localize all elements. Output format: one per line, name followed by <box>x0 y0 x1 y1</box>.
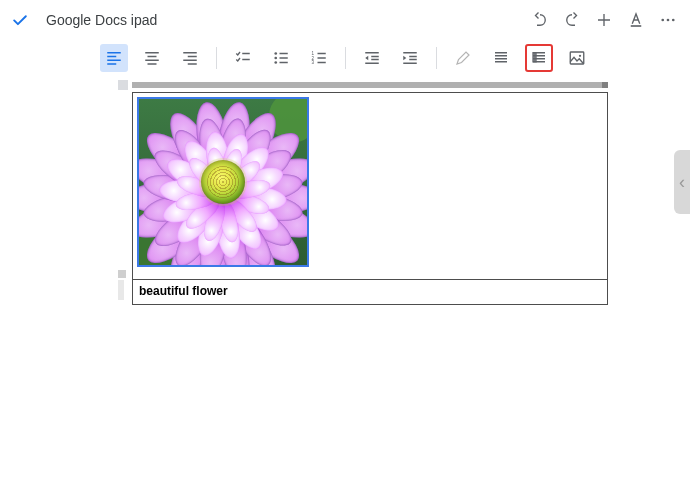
indent-increase-button[interactable] <box>396 44 424 72</box>
numbered-list-icon: 1 2 3 <box>310 49 328 67</box>
undo-icon <box>531 11 549 29</box>
plus-icon <box>595 11 613 29</box>
document-title[interactable]: Google Docs ipad <box>46 12 157 28</box>
checklist-button[interactable] <box>229 44 257 72</box>
image-caption-text[interactable]: beautiful flower <box>139 284 228 298</box>
pencil-icon <box>454 49 472 67</box>
align-right-icon <box>181 49 199 67</box>
align-left-button[interactable] <box>100 44 128 72</box>
clear-formatting-button[interactable] <box>449 44 477 72</box>
svg-point-3 <box>274 52 277 55</box>
inserted-image[interactable] <box>137 97 309 267</box>
svg-point-4 <box>274 57 277 60</box>
formatting-toolbar: 1 2 3 <box>0 40 690 76</box>
done-check-button[interactable] <box>6 6 34 34</box>
image-icon <box>568 49 586 67</box>
flower-center <box>201 160 245 204</box>
bulleted-list-button[interactable] <box>267 44 295 72</box>
align-left-icon <box>105 49 123 67</box>
check-icon <box>10 10 30 30</box>
table-row[interactable]: beautiful flower <box>133 279 607 304</box>
side-panel-toggle[interactable]: ‹ <box>674 150 690 214</box>
document-canvas[interactable]: beautiful flower <box>118 80 608 495</box>
svg-point-2 <box>672 19 675 22</box>
numbered-list-button[interactable]: 1 2 3 <box>305 44 333 72</box>
checklist-icon <box>234 49 252 67</box>
indent-increase-icon <box>401 49 419 67</box>
toolbar-separator <box>436 47 437 69</box>
svg-point-11 <box>578 55 580 57</box>
more-horizontal-icon <box>659 11 677 29</box>
svg-point-5 <box>274 61 277 64</box>
toolbar-separator <box>345 47 346 69</box>
page-corner-handle[interactable] <box>118 80 128 90</box>
svg-text:3: 3 <box>311 60 314 65</box>
text-format-button[interactable] <box>620 4 652 36</box>
line-spacing-button[interactable] <box>487 44 515 72</box>
svg-rect-9 <box>532 52 537 63</box>
more-button[interactable] <box>652 4 684 36</box>
add-button[interactable] <box>588 4 620 36</box>
text-format-icon <box>627 11 645 29</box>
vertical-margin-handle[interactable] <box>118 270 126 278</box>
chevron-left-icon: ‹ <box>679 172 685 193</box>
align-center-icon <box>143 49 161 67</box>
align-right-button[interactable] <box>176 44 204 72</box>
svg-point-1 <box>667 19 670 22</box>
undo-button[interactable] <box>524 4 556 36</box>
app-header: Google Docs ipad <box>0 0 690 40</box>
align-center-button[interactable] <box>138 44 166 72</box>
line-spacing-icon <box>492 49 510 67</box>
table-row[interactable] <box>133 93 607 279</box>
redo-icon <box>563 11 581 29</box>
document-table[interactable]: beautiful flower <box>132 92 608 305</box>
insert-image-button[interactable] <box>563 44 591 72</box>
bulleted-list-icon <box>272 49 290 67</box>
indent-decrease-button[interactable] <box>358 44 386 72</box>
vertical-ruler[interactable] <box>118 280 124 300</box>
insert-table-button[interactable] <box>525 44 553 72</box>
table-icon <box>530 49 548 67</box>
svg-point-0 <box>661 19 664 22</box>
horizontal-ruler[interactable] <box>132 82 608 88</box>
toolbar-separator <box>216 47 217 69</box>
redo-button[interactable] <box>556 4 588 36</box>
indent-decrease-icon <box>363 49 381 67</box>
